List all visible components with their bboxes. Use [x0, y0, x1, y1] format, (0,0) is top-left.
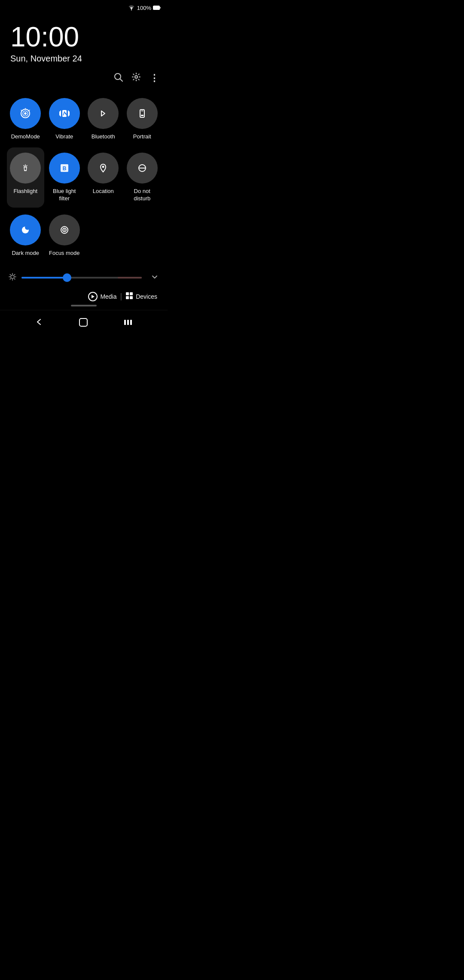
media-button[interactable]: Media: [88, 292, 116, 301]
bar-divider: |: [120, 292, 122, 301]
brightness-track: [21, 277, 142, 279]
svg-point-17: [11, 275, 14, 279]
tile-focus-mode[interactable]: Focus mode: [46, 209, 83, 262]
status-bar: 100%: [0, 0, 168, 13]
media-devices-bar: Media | Devices: [0, 290, 168, 305]
svg-line-4: [120, 79, 123, 82]
svg-rect-8: [141, 115, 143, 116]
wifi-icon: [128, 4, 135, 12]
do-not-disturb-icon: [127, 153, 158, 184]
blue-light-filter-label: Blue light filter: [48, 188, 82, 202]
brightness-slider-container[interactable]: [21, 273, 142, 282]
svg-rect-24: [124, 320, 126, 325]
portrait-label: Portrait: [133, 133, 151, 141]
svg-rect-19: [126, 292, 129, 295]
demo-mode-label: DemoMode: [11, 133, 40, 141]
tile-do-not-disturb[interactable]: Do not disturb: [124, 147, 161, 208]
svg-point-11: [102, 166, 104, 168]
svg-rect-23: [79, 318, 87, 326]
back-button[interactable]: [34, 317, 44, 329]
svg-marker-18: [92, 295, 95, 298]
svg-rect-22: [130, 296, 133, 299]
svg-text:B: B: [62, 165, 66, 172]
flashlight-label: Flashlight: [13, 188, 37, 195]
svg-point-16: [64, 230, 65, 231]
more-icon[interactable]: ⋮: [150, 73, 159, 84]
do-not-disturb-label: Do not disturb: [125, 188, 159, 202]
recents-button[interactable]: [123, 317, 133, 329]
clock-date: Sun, November 24: [10, 54, 157, 64]
blue-light-filter-icon: B: [49, 153, 80, 184]
media-play-icon: [88, 292, 98, 301]
media-label: Media: [100, 293, 116, 300]
tile-blue-light-filter[interactable]: B Blue light filter: [46, 147, 83, 208]
tile-portrait[interactable]: Portrait: [124, 93, 161, 146]
devices-button[interactable]: Devices: [125, 292, 157, 301]
vibrate-icon: [49, 98, 80, 129]
clock-section: 10:00 Sun, November 24: [0, 13, 168, 67]
dark-mode-icon: [10, 214, 41, 245]
battery-icon: [153, 5, 161, 12]
svg-point-5: [135, 76, 137, 78]
portrait-icon: [127, 98, 158, 129]
home-button[interactable]: [78, 317, 89, 329]
brightness-end-fill: [118, 277, 142, 279]
tile-location[interactable]: Location: [85, 147, 122, 208]
tile-demo-mode[interactable]: DemoMode: [7, 93, 44, 146]
demo-mode-icon: [10, 98, 41, 129]
bluetooth-icon: [88, 98, 119, 129]
location-label: Location: [93, 188, 114, 195]
brightness-expand-icon[interactable]: [150, 273, 159, 283]
flashlight-icon: [10, 153, 41, 184]
svg-rect-26: [130, 320, 132, 325]
location-icon: [88, 153, 119, 184]
svg-rect-2: [160, 7, 161, 9]
svg-point-0: [131, 9, 132, 10]
nav-bar: [0, 310, 168, 336]
svg-rect-20: [130, 292, 133, 295]
focus-mode-icon: [49, 214, 80, 245]
tile-vibrate[interactable]: Vibrate: [46, 93, 83, 146]
toolbar: ⋮: [0, 67, 168, 89]
handle-pill: [71, 305, 97, 306]
svg-rect-25: [127, 320, 129, 325]
tile-dark-mode[interactable]: Dark mode: [7, 209, 44, 262]
quick-tiles: DemoMode Vibrate Bluetooth: [0, 89, 168, 266]
svg-rect-21: [126, 296, 129, 299]
bluetooth-label: Bluetooth: [92, 133, 115, 141]
vibrate-label: Vibrate: [55, 133, 73, 141]
brightness-sun-icon: [9, 273, 16, 283]
tile-bluetooth[interactable]: Bluetooth: [85, 93, 122, 146]
tile-flashlight[interactable]: Flashlight: [7, 147, 44, 208]
svg-rect-1: [153, 6, 160, 9]
brightness-fill: [21, 277, 67, 279]
devices-icon: [125, 292, 133, 301]
settings-icon[interactable]: [131, 72, 141, 84]
brightness-section: [0, 266, 168, 290]
devices-label: Devices: [136, 293, 157, 300]
clock-time: 10:00: [10, 22, 157, 52]
status-icons: 100%: [128, 4, 161, 12]
brightness-thumb[interactable]: [63, 273, 71, 282]
battery-percentage: 100%: [137, 5, 151, 11]
search-icon[interactable]: [113, 72, 123, 84]
dark-mode-label: Dark mode: [12, 250, 39, 257]
focus-mode-label: Focus mode: [49, 250, 80, 257]
